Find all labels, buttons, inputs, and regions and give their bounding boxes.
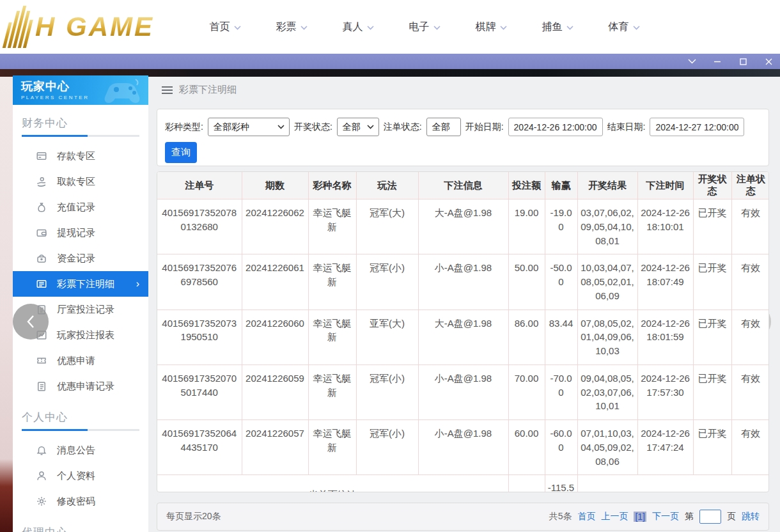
window-dropdown-button[interactable] bbox=[687, 56, 697, 66]
sidebar-item-withdrawal-record[interactable]: 提现记录 bbox=[13, 220, 148, 246]
sidebar-item-label: 存款专区 bbox=[57, 150, 95, 162]
start-date-label: 开始日期: bbox=[465, 121, 504, 133]
sidebar-collapse-button[interactable] bbox=[13, 304, 49, 340]
summary-row: 当前页统计285.00-115.56 bbox=[157, 475, 769, 492]
window-minimize-button[interactable] bbox=[712, 56, 722, 66]
window-titlebar bbox=[0, 54, 780, 69]
ticket-icon bbox=[36, 355, 47, 366]
logo-stripes-icon bbox=[3, 6, 36, 48]
jump-page-input[interactable] bbox=[699, 510, 721, 524]
chevron-down-icon bbox=[688, 59, 696, 64]
total-count-text: 共5条 bbox=[549, 511, 572, 522]
lottery-type-value: 全部彩种 bbox=[214, 121, 249, 133]
chevron-down-icon bbox=[367, 125, 374, 129]
bell-icon bbox=[36, 444, 47, 456]
sidebar-item-promo-apply[interactable]: 优惠申请 bbox=[13, 348, 148, 373]
chevron-down-icon bbox=[300, 26, 308, 30]
sidebar-item-change-password[interactable]: 修改密码 bbox=[13, 489, 148, 514]
next-page-link[interactable]: 下一页 bbox=[652, 511, 679, 522]
table-cell: 19.00 bbox=[508, 199, 545, 254]
window-maximize-button[interactable] bbox=[738, 56, 748, 66]
sidebar-item-messages[interactable]: 消息公告 bbox=[13, 437, 148, 463]
nav-item-label: 彩票 bbox=[276, 20, 297, 34]
column-header: 注单状态 bbox=[731, 172, 769, 199]
person-icon bbox=[36, 470, 47, 481]
sidebar-item-deposit[interactable]: 存款专区 bbox=[13, 143, 148, 169]
column-header: 开奖状态 bbox=[693, 172, 731, 199]
hamburger-menu-icon[interactable] bbox=[162, 86, 173, 95]
jump-button[interactable]: 跳转 bbox=[742, 511, 760, 522]
site-logo[interactable]: H GAME bbox=[8, 5, 154, 49]
sidebar-section-rule bbox=[22, 429, 139, 431]
order-status-select[interactable]: 全部 bbox=[426, 118, 461, 136]
nav-item-lottery[interactable]: 彩票 bbox=[258, 20, 325, 34]
sidebar-item-label: 取款专区 bbox=[57, 176, 95, 188]
table-cell: 有效 bbox=[731, 199, 769, 254]
table-cell: 有效 bbox=[731, 254, 769, 309]
query-button[interactable]: 查询 bbox=[165, 142, 197, 163]
filter-row: 彩种类型: 全部彩种 开奖状态: 全部 注单状态: 全部 开始日期: 结束日期: bbox=[157, 109, 768, 136]
table-cell: 冠军(小) bbox=[356, 254, 418, 309]
nav-item-home[interactable]: 首页 bbox=[192, 20, 258, 34]
table-cell: 冠军(大) bbox=[356, 199, 418, 254]
table-cell: 幸运飞艇新 bbox=[308, 309, 356, 364]
table-cell: 03,07,06,02,09,05,04,10,08,01 bbox=[577, 199, 637, 254]
chevron-down-icon bbox=[367, 26, 374, 30]
sidebar-header: 玩家中心 PLAYERS CENTER bbox=[13, 75, 148, 105]
nav-item-label: 体育 bbox=[609, 20, 629, 34]
table-cell: 幸运飞艇新 bbox=[308, 199, 356, 254]
table-cell: 已开奖 bbox=[693, 364, 731, 419]
table-cell: 小-A盘@1.98 bbox=[418, 364, 508, 419]
column-header: 开奖结果 bbox=[577, 172, 637, 199]
sidebar-item-label: 充值记录 bbox=[57, 201, 95, 214]
sidebar-item-recharge-record[interactable]: 充值记录 bbox=[13, 194, 148, 220]
sidebar-item-promo-apply-record[interactable]: 优惠申请记录 bbox=[13, 373, 148, 399]
end-date-input[interactable] bbox=[650, 118, 744, 136]
window-close-button[interactable] bbox=[763, 56, 774, 66]
nav-item-live[interactable]: 真人 bbox=[325, 20, 391, 34]
hand-money-icon bbox=[36, 176, 47, 187]
sidebar-item-label: 厅室投注记录 bbox=[57, 304, 114, 316]
nav-item-label: 首页 bbox=[210, 20, 230, 34]
page-title: 彩票下注明细 bbox=[179, 84, 237, 96]
nav-item-slots[interactable]: 电子 bbox=[391, 20, 458, 34]
bet-table: 注单号期数彩种名称玩法下注信息投注额输赢开奖结果下注时间开奖状态注单状态 401… bbox=[157, 172, 769, 492]
table-cell: 07,08,05,02,01,04,09,06,10,03 bbox=[577, 309, 637, 364]
draw-status-select[interactable]: 全部 bbox=[337, 118, 379, 136]
table-cell: 冠军(小) bbox=[356, 364, 418, 419]
order-status-label: 注单状态: bbox=[384, 121, 422, 133]
lottery-type-select[interactable]: 全部彩种 bbox=[208, 118, 290, 136]
column-header: 投注额 bbox=[508, 172, 545, 199]
table-cell: 20241226060 bbox=[242, 309, 308, 364]
nav-item-chess[interactable]: 棋牌 bbox=[458, 20, 524, 34]
column-header: 注单号 bbox=[157, 172, 242, 199]
table-cell: 401569173520766978560 bbox=[157, 254, 242, 309]
prev-page-link[interactable]: 上一页 bbox=[601, 511, 628, 522]
bank-card-icon bbox=[36, 150, 47, 162]
table-cell: 已开奖 bbox=[693, 199, 731, 254]
sidebar-item-withdraw[interactable]: 取款专区 bbox=[13, 169, 148, 194]
nav-item-sports[interactable]: 体育 bbox=[591, 20, 657, 34]
sidebar-item-label: 彩票下注明细 bbox=[57, 278, 114, 290]
chevron-down-icon bbox=[566, 26, 573, 30]
nav-item-label: 棋牌 bbox=[476, 20, 496, 34]
money-bag-icon bbox=[36, 201, 47, 213]
column-header: 输赢 bbox=[545, 172, 577, 199]
minimize-icon bbox=[714, 58, 721, 65]
sidebar-item-funds-record[interactable]: 资金记录 bbox=[13, 246, 148, 271]
table-cell: 2024-12-26 18:07:49 bbox=[637, 254, 693, 309]
table-cell: 09,04,08,05,02,03,07,06,10,01 bbox=[577, 364, 637, 419]
table-cell: 有效 bbox=[731, 309, 769, 364]
sidebar-item-lottery-bet-detail[interactable]: 彩票下注明细› bbox=[13, 271, 148, 297]
bet-list-icon bbox=[36, 278, 47, 290]
sidebar-item-profile[interactable]: 个人资料 bbox=[13, 463, 148, 489]
table-cell: 70.00 bbox=[508, 364, 545, 419]
first-page-link[interactable]: 首页 bbox=[577, 511, 595, 522]
column-header: 下注信息 bbox=[418, 172, 508, 199]
nav-item-fishing[interactable]: 捕鱼 bbox=[524, 20, 591, 34]
sidebar-item-label: 资金记录 bbox=[57, 253, 95, 265]
sidebar-item-label: 个人资料 bbox=[57, 470, 95, 482]
site-topbar: H GAME 首页彩票真人电子棋牌捕鱼体育 bbox=[0, 0, 780, 54]
table-body: 40156917352078013268020241226062幸运飞艇新冠军(… bbox=[157, 199, 769, 493]
start-date-input[interactable] bbox=[508, 118, 603, 136]
